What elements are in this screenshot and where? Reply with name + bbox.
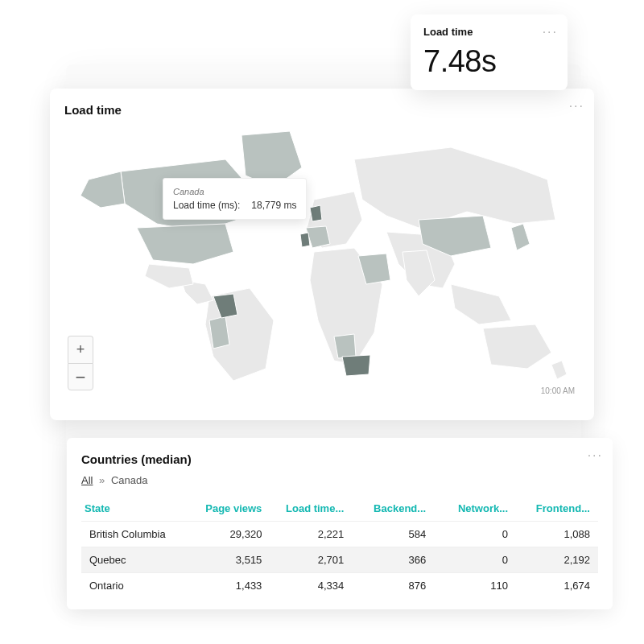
cell-state: Quebec xyxy=(81,547,188,573)
map-card: Load time ··· xyxy=(50,89,594,420)
tooltip-metric-value: 18,779 ms xyxy=(251,200,296,211)
cell-pageviews: 1,433 xyxy=(188,573,270,599)
countries-title: Countries (median) xyxy=(81,452,598,466)
cell-state: Ontario xyxy=(81,573,188,599)
metric-value: 7.48s xyxy=(423,44,555,79)
cell-network: 110 xyxy=(434,573,516,599)
world-map[interactable]: Canada Load time (ms): 18,779 ms + − 10:… xyxy=(64,123,580,397)
col-network[interactable]: Network... xyxy=(434,496,516,522)
tooltip-country: Canada xyxy=(173,187,296,196)
col-frontend[interactable]: Frontend... xyxy=(516,496,598,522)
countries-table: State Page views Load time... Backend...… xyxy=(81,496,598,598)
cell-frontend: 1,088 xyxy=(516,522,598,547)
cell-state: British Columbia xyxy=(81,522,188,547)
zoom-controls: + − xyxy=(68,336,93,390)
map-title: Load time xyxy=(64,103,580,117)
zoom-in-button[interactable]: + xyxy=(68,336,93,363)
col-loadtime[interactable]: Load time... xyxy=(270,496,352,522)
col-backend[interactable]: Backend... xyxy=(352,496,434,522)
table-row[interactable]: Ontario 1,433 4,334 876 110 1,674 xyxy=(81,573,598,599)
breadcrumb-current: Canada xyxy=(111,474,148,486)
metric-card: Load time ··· 7.48s xyxy=(411,14,568,90)
cell-frontend: 2,192 xyxy=(516,547,598,573)
zoom-out-button[interactable]: − xyxy=(68,363,93,390)
cell-loadtime: 4,334 xyxy=(270,573,352,599)
breadcrumb-all[interactable]: All xyxy=(81,474,93,486)
metric-title: Load time xyxy=(423,26,555,38)
col-state[interactable]: State xyxy=(81,496,188,522)
breadcrumb: All » Canada xyxy=(81,474,598,486)
map-timestamp: 10:00 AM xyxy=(541,386,575,395)
more-icon[interactable]: ··· xyxy=(588,449,603,462)
map-tooltip: Canada Load time (ms): 18,779 ms xyxy=(163,178,307,220)
cell-backend: 366 xyxy=(352,547,434,573)
cell-frontend: 1,674 xyxy=(516,573,598,599)
cell-network: 0 xyxy=(434,522,516,547)
tooltip-metric-label: Load time (ms): xyxy=(173,200,240,211)
more-icon[interactable]: ··· xyxy=(543,26,558,39)
cell-loadtime: 2,701 xyxy=(270,547,352,573)
breadcrumb-separator: » xyxy=(99,474,105,486)
cell-pageviews: 29,320 xyxy=(188,522,270,547)
table-row[interactable]: British Columbia 29,320 2,221 584 0 1,08… xyxy=(81,522,598,547)
col-pageviews[interactable]: Page views xyxy=(188,496,270,522)
cell-backend: 876 xyxy=(352,573,434,599)
cell-loadtime: 2,221 xyxy=(270,522,352,547)
cell-pageviews: 3,515 xyxy=(188,547,270,573)
table-row[interactable]: Quebec 3,515 2,701 366 0 2,192 xyxy=(81,547,598,573)
cell-backend: 584 xyxy=(352,522,434,547)
countries-card: Countries (median) ··· All » Canada Stat… xyxy=(67,438,613,609)
cell-network: 0 xyxy=(434,547,516,573)
more-icon[interactable]: ··· xyxy=(569,100,584,113)
